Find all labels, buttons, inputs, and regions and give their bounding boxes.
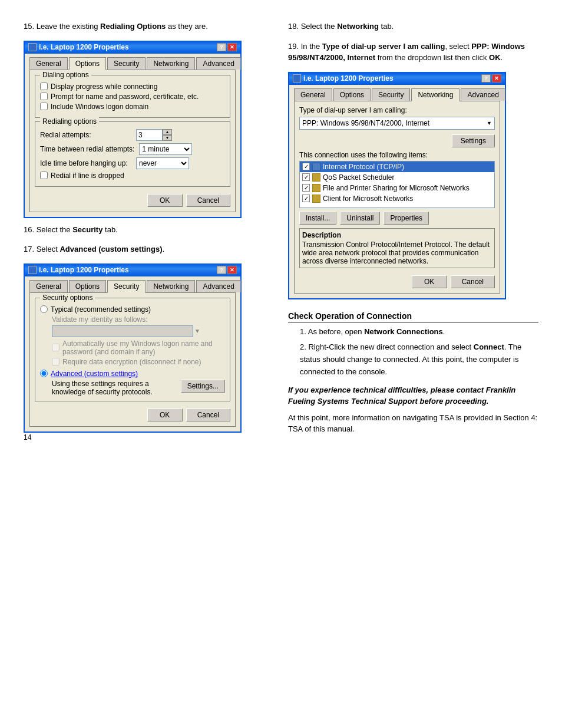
idle-time-select-wrapper[interactable]: never: [136, 157, 189, 169]
tab3-general[interactable]: General: [294, 88, 332, 101]
type-dropdown[interactable]: PPP: Windows 95/98/NT4/2000, Internet ▼: [299, 117, 495, 130]
step-16: 16. Select the Security tab.: [24, 224, 274, 236]
tab2-networking[interactable]: Networking: [147, 280, 195, 292]
cb-display-progress-input[interactable]: [40, 83, 48, 90]
dialog2-cancel[interactable]: Cancel: [186, 409, 230, 421]
cb-client[interactable]: [302, 195, 310, 202]
cb-display-progress: Display progress while connecting: [40, 83, 225, 91]
dialog-security: i.e. Laptop 1200 Properties ? ✕ General …: [24, 263, 242, 433]
tab2-options[interactable]: Options: [69, 280, 106, 292]
dialog-security-titlebar: i.e. Laptop 1200 Properties ? ✕: [25, 263, 240, 276]
properties-btn[interactable]: Properties: [384, 212, 429, 225]
description-label: Description: [302, 231, 492, 239]
type-value: PPP: Windows 95/98/NT4/2000, Internet: [302, 119, 429, 127]
redial-attempts-input[interactable]: [136, 129, 163, 141]
radio-advanced-input[interactable]: [40, 370, 48, 377]
item-client-label: Client for Microsoft Networks: [323, 195, 413, 203]
icon-fileprint: [312, 184, 320, 192]
tab-options[interactable]: Options: [69, 57, 106, 70]
dialog-security-body: General Options Security Networking Adva…: [25, 276, 240, 431]
help-button[interactable]: ?: [217, 43, 226, 51]
cb-include-domain: Include Windows logon domain: [40, 103, 225, 111]
list-item-fileprint[interactable]: File and Printer Sharing for Microsoft N…: [300, 183, 494, 193]
help-button-2[interactable]: ?: [217, 266, 226, 274]
tab3-networking[interactable]: Networking: [411, 88, 459, 101]
dialog-icon: [28, 43, 37, 51]
tab-bar: General Options Security Networking Adva…: [29, 57, 236, 70]
check-step-2: 2. Right-Click the new direct connection…: [300, 341, 538, 378]
security-tab-content: Security options Typical (recommended se…: [29, 292, 236, 427]
dialog3-ok[interactable]: OK: [412, 275, 447, 288]
step-19: 19. In the Type of dial-up server I am c…: [288, 41, 538, 64]
security-options-label: Security options: [40, 294, 95, 302]
dialog-networking-body: General Options Security Networking Adva…: [289, 85, 505, 298]
cb-qos[interactable]: [302, 173, 310, 181]
cb-include-domain-input[interactable]: [40, 103, 48, 110]
cb-fileprint[interactable]: [302, 184, 310, 192]
radio-advanced: Advanced (custom settings): [40, 370, 225, 378]
time-between-select[interactable]: 1 minute: [139, 143, 192, 155]
validate-section: Validate my identity as follows: ▼ Autom…: [52, 315, 225, 366]
settings-btn-security[interactable]: Settings...: [181, 380, 225, 393]
cb-require-encrypt: Require data encryption (disconnect if n…: [52, 358, 225, 366]
dialog1-buttons: OK Cancel: [35, 192, 230, 207]
redialing-options-group: Redialing options Redial attempts: ▲ ▼: [35, 121, 230, 187]
help-button-3[interactable]: ?: [481, 74, 491, 83]
radio-typical-input[interactable]: [40, 305, 48, 313]
tab-networking[interactable]: Networking: [147, 57, 195, 70]
spin-down[interactable]: ▼: [163, 135, 172, 141]
time-between-label: Time between redial attempts:: [40, 145, 134, 153]
cb-prompt-name-input[interactable]: [40, 93, 48, 100]
dialog3-buttons: OK Cancel: [299, 273, 495, 288]
close-button-2[interactable]: ✕: [227, 266, 237, 274]
dialog-options-titlebar: i.e. Laptop 1200 Properties ? ✕: [25, 41, 240, 54]
tab-advanced[interactable]: Advanced: [196, 57, 240, 70]
final-para: At this point, more information on navig…: [288, 412, 538, 435]
settings-btn-net[interactable]: Settings: [452, 134, 495, 147]
tab2-general[interactable]: General: [29, 280, 68, 292]
time-between-select-wrapper[interactable]: 1 minute: [139, 143, 192, 155]
dialog1-ok[interactable]: OK: [147, 194, 183, 207]
dialog-options: i.e. Laptop 1200 Properties ? ✕ General …: [24, 41, 242, 218]
uninstall-btn[interactable]: Uninstall: [340, 212, 380, 225]
install-btn[interactable]: Install...: [299, 212, 336, 225]
close-button-3[interactable]: ✕: [492, 74, 501, 83]
redial-attempts-label: Redial attempts:: [40, 131, 131, 139]
description-box: Description Transmission Control Protoco…: [299, 228, 495, 268]
check-step-1: 1. As before, open Network Connections.: [300, 326, 538, 338]
dialog1-cancel[interactable]: Cancel: [186, 194, 230, 207]
list-item-tcpip[interactable]: Internet Protocol (TCP/IP): [300, 162, 494, 172]
connection-items-list[interactable]: Internet Protocol (TCP/IP) QoS Packet Sc…: [299, 161, 495, 208]
list-item-client[interactable]: Client for Microsoft Networks: [300, 193, 494, 204]
cb-tcpip[interactable]: [302, 163, 310, 170]
tab-general[interactable]: General: [29, 57, 68, 70]
step-15: 15. Leave the existing Redialing Options…: [24, 21, 274, 32]
page-number: 14: [24, 433, 31, 442]
spin-up[interactable]: ▲: [163, 129, 172, 135]
radio-typical: Typical (recommended settings): [40, 305, 225, 314]
cb-require-encrypt-label: Require data encryption (disconnect if n…: [62, 358, 201, 366]
dialog3-cancel[interactable]: Cancel: [451, 275, 495, 288]
tab2-advanced[interactable]: Advanced: [196, 280, 240, 292]
dropdown-arrow-validate: ▼: [194, 328, 200, 334]
step-18: 18. Select the Networking tab.: [288, 21, 538, 32]
cb-prompt-name-label: Prompt for name and password, certificat…: [51, 93, 199, 101]
type-row: PPP: Windows 95/98/NT4/2000, Internet ▼: [299, 117, 495, 130]
net-buttons-row: Install... Uninstall Properties: [299, 212, 495, 225]
cb-require-encrypt-input: [52, 358, 59, 365]
tab3-options[interactable]: Options: [333, 88, 371, 101]
cb-redial-dropped-input[interactable]: [40, 172, 48, 179]
tab2-security[interactable]: Security: [107, 280, 146, 293]
tab3-security[interactable]: Security: [372, 88, 410, 101]
idle-time-select[interactable]: never: [136, 157, 189, 169]
tab-security[interactable]: Security: [107, 57, 146, 70]
tab3-advanced[interactable]: Advanced: [461, 88, 505, 101]
step-17: 17. Select Advanced (custom settings).: [24, 243, 274, 255]
cb-redial-dropped: Redial if line is dropped: [40, 172, 225, 180]
redial-attempts-spinbox[interactable]: ▲ ▼: [136, 129, 172, 141]
close-button[interactable]: ✕: [227, 43, 237, 51]
advanced-sub-label: Using these settings requires a knowledg…: [52, 380, 170, 396]
dialog2-ok[interactable]: OK: [147, 409, 183, 421]
validate-input[interactable]: [52, 325, 193, 337]
list-item-qos[interactable]: QoS Packet Scheduler: [300, 172, 494, 183]
